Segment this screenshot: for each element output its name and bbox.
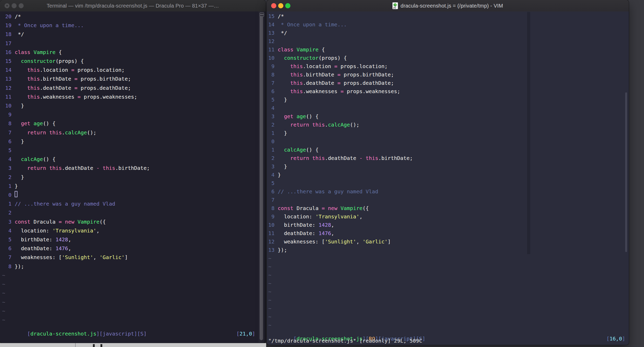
- terminal-titlebar[interactable]: Terminal — vim /tmp/dracula-screenshot.j…: [0, 0, 266, 12]
- code-line: 11 deathDate: 1476,: [268, 229, 413, 237]
- terminal-window: Terminal — vim /tmp/dracula-screenshot.j…: [0, 0, 266, 343]
- code-line: 11 this.weaknesses = props.weaknesses;: [2, 92, 150, 101]
- code-line: 13 */: [268, 29, 413, 37]
- code-line: 9 this.location = props.location;: [268, 62, 413, 70]
- vim-message-line: "/tmp/dracula-screenshot.js" [readonly] …: [268, 338, 422, 344]
- code-line: 17: [2, 39, 150, 48]
- code-line: 9: [2, 110, 150, 119]
- code-line: 19 * Once upon a time...: [2, 21, 150, 30]
- code-line: 20 /*: [2, 12, 150, 21]
- vim-editor-macvim[interactable]: 15 /*14 * Once upon a time...13 */12 11 …: [267, 11, 629, 345]
- vim-editor-terminal[interactable]: 20 /* 19 * Once upon a time... 18 */ 17 …: [0, 11, 266, 343]
- code-line: 3 }: [268, 162, 413, 171]
- code-line: 9 location: 'Transylvania',: [268, 212, 413, 221]
- code-line: 7 return this.calcAge();: [2, 128, 150, 137]
- code-line: 3 return this.deathDate - this.birthDate…: [2, 164, 150, 172]
- code-line: ~: [268, 279, 413, 288]
- code-line: 11 class Vampire {: [268, 45, 413, 54]
- code-line: 1 // ...there was a guy named Vlad: [2, 199, 150, 208]
- code-line: 4: [268, 104, 413, 112]
- macvim-window: JS dracula-screenshot.js = (/private/tmp…: [267, 0, 629, 345]
- code-line: 14 * Once upon a time...: [268, 20, 413, 29]
- terminal-window-title: Terminal — vim /tmp/dracula-screenshot.j…: [47, 3, 219, 9]
- code-line: 13 this.birthDate = props.birthDate;: [2, 74, 150, 83]
- code-line: 8 });: [2, 262, 150, 271]
- code-line: 3 get age() {: [268, 112, 413, 121]
- code-line: 5 }: [268, 95, 413, 104]
- code-line: ~: [268, 296, 413, 304]
- code-line: 6 // ...there was a guy named Vlad: [268, 187, 413, 196]
- code-line: 10 }: [2, 101, 150, 110]
- code-line: 8 get age() {: [2, 119, 150, 128]
- code-line: 2: [2, 208, 150, 217]
- traffic-lights: [4, 3, 24, 8]
- minimize-button[interactable]: [278, 3, 283, 8]
- code-line: 8 const Dracula = new Vampire({: [268, 204, 413, 212]
- code-line: ~: [2, 289, 150, 297]
- code-line: ~: [268, 288, 413, 296]
- code-line: 2 return this.calcAge();: [268, 121, 413, 129]
- code-line: 1 }: [268, 129, 413, 137]
- zoom-button[interactable]: [285, 3, 290, 8]
- scrollbar-thumb[interactable]: [625, 92, 627, 252]
- code-line: ~: [2, 298, 150, 307]
- desktop: Terminal — vim /tmp/dracula-screenshot.j…: [0, 0, 644, 347]
- code-line: 16 class Vampire {: [2, 48, 150, 57]
- close-button[interactable]: [4, 3, 10, 8]
- document-js-icon: JS: [392, 2, 398, 9]
- code-line: 3 const Dracula = new Vampire({: [2, 217, 150, 226]
- code-line: 7: [268, 196, 413, 204]
- code-line: 12 weaknesses: ['Sunlight', 'Garlic']: [268, 237, 413, 246]
- code-line: ~: [2, 315, 150, 324]
- code-line: ~: [268, 304, 413, 313]
- code-buffer: 20 /* 19 * Once upon a time... 18 */ 17 …: [2, 12, 150, 324]
- code-line: 10 birthDate: 1428,: [268, 221, 413, 229]
- code-line: 4 calcAge() {: [2, 155, 150, 164]
- code-line: 4 }: [268, 171, 413, 179]
- code-line: ~: [2, 307, 150, 315]
- code-line: 7 weaknesses: ['Sunlight', 'Garlic']: [2, 253, 150, 262]
- code-line: 12 this.deathDate = props.deathDate;: [2, 83, 150, 92]
- code-buffer: 15 /*14 * Once upon a time...13 */12 11 …: [268, 12, 413, 329]
- background-text-fragment: [93, 344, 102, 347]
- close-button[interactable]: [271, 3, 276, 8]
- terminal-title-text: Terminal — vim /tmp/dracula-screenshot.j…: [47, 3, 219, 9]
- minimize-button[interactable]: [11, 3, 17, 8]
- code-line: 1 calcAge() {: [268, 146, 413, 154]
- ruler-cursor-position: [21,0]: [211, 324, 255, 343]
- scrollbar-thumb[interactable]: [260, 13, 263, 340]
- background-window-divider: [75, 343, 76, 347]
- code-line: 18 */: [2, 30, 150, 39]
- code-line: ~: [268, 262, 413, 271]
- code-line: 5: [268, 179, 413, 187]
- macvim-titlebar[interactable]: JS dracula-screenshot.js = (/private/tmp…: [267, 0, 629, 12]
- macvim-title-text: dracula-screenshot.js = (/private/tmp) -…: [401, 3, 503, 9]
- code-line: 13 });: [268, 246, 413, 254]
- code-line: 1 }: [2, 182, 150, 190]
- code-line: 2 return this.deathDate - this.birthDate…: [268, 154, 413, 162]
- code-line: 12: [268, 37, 413, 45]
- code-line: 7 this.deathDate = props.deathDate;: [268, 79, 413, 87]
- code-line: ~: [268, 313, 413, 321]
- code-line: 8 this.birthDate = props.birthDate;: [268, 70, 413, 79]
- code-line: 6 this.weaknesses = props.weaknesses;: [268, 87, 413, 95]
- vim-statusline: [dracula-screenshot.js][javascript][S]: [2, 324, 147, 343]
- code-line: 5 birthDate: 1428,: [2, 235, 150, 244]
- statusline-file-info: [dracula-screenshot.js][javascript][S]: [27, 331, 147, 337]
- traffic-lights: [271, 3, 290, 8]
- code-line: 0: [268, 137, 413, 146]
- code-line: 4 location: 'Transylvania',: [2, 226, 150, 235]
- colorcolumn-80: [527, 12, 530, 254]
- split-pane-icon[interactable]: [260, 13, 264, 17]
- scrollbar[interactable]: [259, 11, 264, 343]
- zoom-button[interactable]: [19, 3, 24, 8]
- code-line: 15 /*: [268, 12, 413, 20]
- code-line: 6 deathDate: 1476,: [2, 244, 150, 253]
- code-line: 10 constructor(props) {: [268, 54, 413, 62]
- code-line: ~: [268, 271, 413, 279]
- code-line: ~: [268, 321, 413, 329]
- code-line: 2 }: [2, 173, 150, 182]
- code-line: 5: [2, 146, 150, 155]
- code-line: 0: [2, 190, 150, 199]
- code-line: ~: [2, 271, 150, 280]
